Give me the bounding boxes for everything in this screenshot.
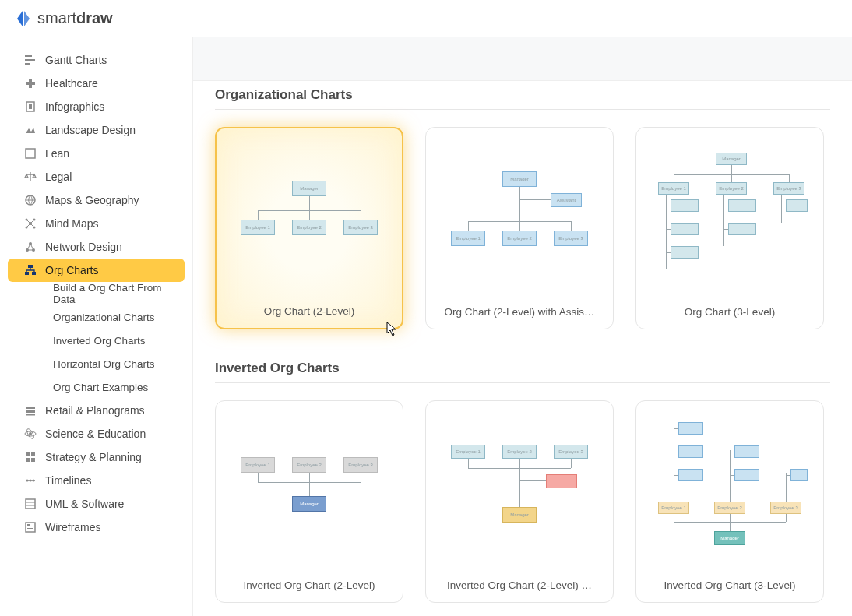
svg-point-30	[26, 480, 29, 482]
sidebar-sub-org-chart-examples[interactable]: Org Chart Examples	[8, 375, 185, 399]
sidebar-item-org-charts[interactable]: Org Charts	[8, 259, 185, 282]
svg-rect-6	[29, 104, 32, 109]
timeline-icon	[23, 473, 37, 488]
sidebar-item-timelines[interactable]: Timelines	[8, 469, 185, 492]
svg-rect-1	[25, 59, 35, 61]
sidebar-item-label: Retail & Planograms	[45, 404, 145, 417]
svg-rect-7	[26, 149, 35, 158]
sidebar-sub-organizational-charts[interactable]: Organizational Charts	[8, 305, 185, 329]
template-gallery: Organizational Charts Manager Employee 1…	[193, 37, 852, 616]
sidebar-sub-horizontal-org-charts[interactable]: Horizontal Org Charts	[8, 352, 185, 375]
svg-rect-4	[26, 82, 35, 85]
sidebar-item-legal[interactable]: Legal	[8, 165, 185, 188]
svg-rect-37	[27, 530, 33, 530]
retail-icon	[23, 403, 37, 417]
sidebar-item-strategy-planning[interactable]: Strategy & Planning	[8, 445, 185, 469]
landscape-icon	[23, 123, 37, 137]
svg-rect-29	[31, 458, 35, 462]
svg-rect-20	[26, 407, 35, 409]
sidebar-item-label: Strategy & Planning	[45, 451, 142, 463]
sidebar-sub-build-from-data[interactable]: Build a Org Chart From Data	[8, 282, 185, 305]
svg-rect-21	[26, 410, 35, 413]
template-card-label: Inverted Org Chart (3-Level)	[664, 579, 796, 591]
sidebar-item-mind-maps[interactable]: Mind Maps	[8, 212, 185, 235]
template-preview: Employee 1 Employee 2 Employee 3 Manager	[227, 412, 392, 572]
wireframe-icon	[23, 520, 37, 534]
template-card-inverted-3-level[interactable]: Employee 1 Employee 2 Employee 3 Manager…	[635, 400, 824, 603]
section-divider	[215, 109, 830, 110]
sidebar-item-label: Timelines	[45, 474, 91, 487]
legal-icon	[23, 170, 37, 184]
template-card-inverted-2-level[interactable]: Employee 1 Employee 2 Employee 3 Manager…	[215, 400, 403, 603]
sidebar-sub-inverted-org-charts[interactable]: Inverted Org Charts	[8, 329, 185, 352]
brand-name: smartdraw	[37, 9, 113, 27]
sidebar-item-label: UML & Software	[45, 498, 124, 510]
sidebar-item-label: Legal	[45, 171, 72, 183]
org-chart-grid: Manager Employee 1 Employee 2 Employee 3…	[215, 127, 830, 329]
sidebar-item-label: Healthcare	[45, 77, 98, 90]
sidebar-item-label: Network Design	[45, 241, 122, 253]
sidebar-item-landscape-design[interactable]: Landscape Design	[8, 118, 185, 142]
healthcare-icon	[23, 76, 37, 90]
globe-icon	[23, 193, 37, 207]
sidebar-item-science-education[interactable]: Science & Education	[8, 422, 185, 445]
sidebar-item-uml-software[interactable]: UML & Software	[8, 492, 185, 516]
template-card-label: Inverted Org Chart (2-Level) …	[447, 579, 592, 591]
sidebar-item-label: Wireframes	[45, 521, 101, 533]
template-preview: Employee 1 Employee 2 Employee 3 Manager	[437, 412, 602, 572]
template-card-org-2-level-assistant[interactable]: Manager Assistant Employee 1 Employee 2 …	[425, 127, 614, 329]
template-card-label: Org Chart (3-Level)	[685, 306, 775, 318]
template-card-org-2-level[interactable]: Manager Employee 1 Employee 2 Employee 3…	[215, 127, 403, 329]
svg-rect-22	[26, 414, 35, 416]
template-preview: Manager Employee 1 Employee 2 Employee 3	[227, 139, 391, 297]
template-card-label: Org Chart (2-Level)	[264, 305, 354, 317]
template-card-label: Org Chart (2-Level) with Assis…	[445, 306, 595, 318]
science-icon	[23, 427, 37, 441]
sidebar-item-label: Landscape Design	[45, 124, 136, 136]
section-divider	[215, 382, 830, 383]
sidebar-item-network-design[interactable]: Network Design	[8, 235, 185, 259]
category-sidebar: Gantt Charts Healthcare Infographics Lan…	[0, 37, 193, 616]
orgchart-icon	[23, 263, 37, 277]
svg-rect-34	[26, 523, 35, 532]
mindmap-icon	[23, 216, 37, 231]
template-preview: Employee 1 Employee 2 Employee 3 Manager	[647, 412, 812, 572]
smartdraw-logo-icon	[14, 9, 33, 28]
template-card-inverted-2-level-variant[interactable]: Employee 1 Employee 2 Employee 3 Manager…	[425, 400, 614, 603]
uml-icon	[23, 497, 37, 511]
infographics-icon	[23, 100, 37, 114]
svg-rect-17	[28, 265, 33, 268]
sidebar-item-healthcare[interactable]: Healthcare	[8, 72, 185, 95]
svg-rect-26	[26, 452, 30, 456]
sidebar-item-label: Maps & Geography	[45, 194, 139, 206]
sidebar-item-label: Org Charts	[45, 264, 98, 276]
template-card-org-3-level[interactable]: Manager Employee 1 Employee 2 Employee 3	[635, 127, 824, 329]
sidebar-item-infographics[interactable]: Infographics	[8, 95, 185, 118]
sidebar-item-gantt-charts[interactable]: Gantt Charts	[8, 48, 185, 72]
sidebar-item-lean[interactable]: Lean	[8, 142, 185, 165]
lean-icon	[23, 146, 37, 160]
template-preview: Manager Assistant Employee 1 Employee 2 …	[437, 139, 602, 298]
template-card-label: Inverted Org Chart (2-Level)	[244, 579, 375, 591]
svg-rect-33	[26, 499, 35, 509]
sidebar-item-label: Gantt Charts	[45, 54, 107, 66]
sidebar-item-label: Science & Education	[45, 428, 146, 440]
brand-logo[interactable]: smartdraw	[14, 9, 113, 28]
sidebar-item-wireframes[interactable]: Wireframes	[8, 516, 185, 539]
sidebar-item-retail-planograms[interactable]: Retail & Planograms	[8, 399, 185, 422]
section-title-inverted: Inverted Org Charts	[215, 361, 830, 376]
cursor-icon	[386, 322, 397, 337]
svg-point-23	[29, 432, 32, 435]
svg-rect-28	[26, 458, 30, 462]
template-preview: Manager Employee 1 Employee 2 Employee 3	[647, 139, 812, 298]
sidebar-item-label: Lean	[45, 147, 69, 160]
gantt-icon	[23, 53, 37, 67]
sidebar-item-maps-geography[interactable]: Maps & Geography	[8, 188, 185, 212]
svg-rect-19	[32, 272, 36, 275]
inverted-org-chart-grid: Employee 1 Employee 2 Employee 3 Manager…	[215, 400, 830, 603]
strategy-icon	[23, 450, 37, 464]
svg-rect-27	[31, 452, 35, 456]
main-layout: Gantt Charts Healthcare Infographics Lan…	[0, 37, 852, 616]
svg-rect-18	[25, 272, 29, 275]
svg-rect-0	[25, 55, 32, 57]
